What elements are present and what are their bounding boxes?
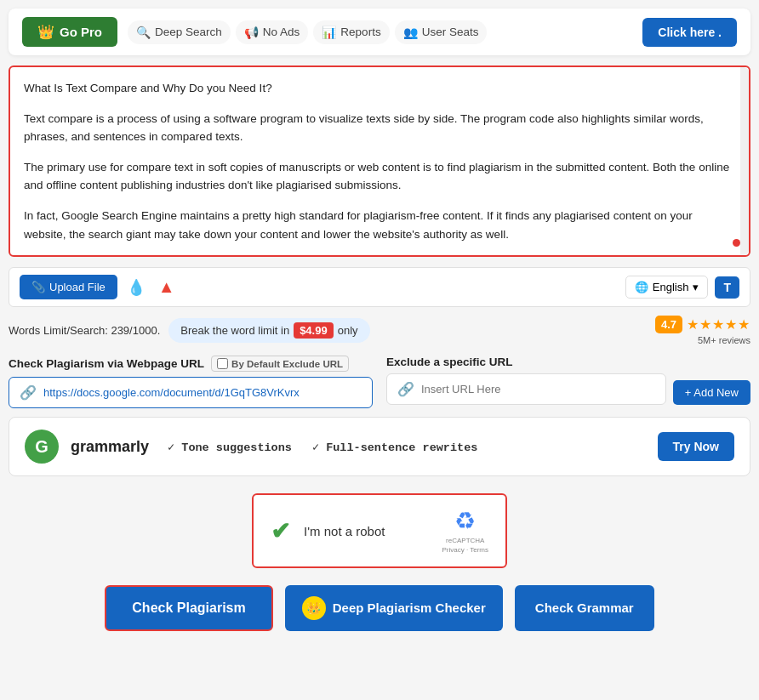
deep-crown-icon: 👑	[302, 596, 326, 620]
text-paragraph-2: The primary use for compare text in soft…	[24, 158, 735, 195]
crown-icon: 👑	[37, 24, 54, 40]
globe-icon: 🌐	[635, 281, 648, 293]
word-limit-badge: Break the word limit in $4.99 only	[168, 318, 369, 343]
url-section: Check Plagiarism via Webpage URL By Defa…	[9, 356, 373, 408]
captcha-area: ✔ I'm not a robot ♻ reCAPTCHAPrivacy · T…	[9, 493, 750, 568]
go-pro-label: Go Pro	[60, 25, 102, 39]
user-seats-label: User Seats	[422, 26, 479, 38]
paperclip-icon: 📎	[31, 281, 45, 293]
toolbar-right: 🌐 English ▾ T	[625, 276, 739, 299]
feature-reports: 📊 Reports	[313, 20, 389, 44]
deep-plagiarism-button[interactable]: 👑 Deep Plagiarism Checker	[285, 585, 503, 631]
reports-icon: 📊	[322, 26, 336, 39]
link-icon: 🔗	[20, 384, 37, 401]
text-format-button[interactable]: T	[715, 276, 739, 299]
exclude-url-checkbox-label[interactable]: By Default Exclude URL	[211, 356, 349, 372]
deep-plagiarism-label: Deep Plagiarism Checker	[333, 600, 486, 615]
check-grammar-button[interactable]: Check Grammar	[515, 585, 654, 631]
recaptcha-text: reCAPTCHAPrivacy · Terms	[442, 537, 488, 555]
go-pro-banner: 👑 Go Pro 🔍 Deep Search 📢 No Ads 📊 Report…	[9, 9, 750, 55]
feature-no-ads: 📢 No Ads	[236, 20, 309, 44]
upload-label: Upload File	[49, 281, 106, 293]
exclude-input-box: 🔗	[386, 373, 666, 405]
captcha-checkmark: ✔	[271, 517, 290, 545]
words-limit-text: Words Limit/Search: 239/1000.	[9, 324, 160, 337]
stars: ★★★★★	[687, 316, 750, 333]
click-here-button[interactable]: Click here .	[642, 18, 737, 47]
gdrive-icon[interactable]: ▲	[155, 276, 179, 299]
bottom-buttons: Check Plagiarism 👑 Deep Plagiarism Check…	[9, 585, 750, 631]
words-limit-row: Words Limit/Search: 239/1000. Break the …	[9, 316, 750, 345]
text-heading: What Is Text Compare and Why Do you Need…	[24, 79, 735, 98]
url-section-label: Check Plagiarism via Webpage URL	[9, 357, 204, 370]
banner-features: 🔍 Deep Search 📢 No Ads 📊 Reports 👥 User …	[128, 20, 632, 44]
language-label: English	[653, 281, 689, 293]
grammarly-brand: grammarly	[71, 438, 149, 456]
exclude-link-icon: 🔗	[397, 381, 414, 397]
price-tag: $4.99	[294, 322, 334, 339]
exclude-url-input[interactable]	[421, 383, 655, 396]
url-label: Check Plagiarism via Webpage URL By Defa…	[9, 356, 373, 372]
feature-deep-search: 🔍 Deep Search	[128, 20, 231, 44]
url-input[interactable]	[43, 386, 362, 399]
no-ads-label: No Ads	[263, 26, 300, 38]
check-plagiarism-button[interactable]: Check Plagiarism	[105, 585, 272, 631]
checkbox-label-text: By Default Exclude URL	[231, 359, 343, 369]
text-paragraph-3: In fact, Google Search Engine maintains …	[24, 207, 735, 243]
text-paragraph-1: Text compare is a process of using a sof…	[24, 110, 735, 146]
user-seats-icon: 👥	[403, 26, 418, 39]
toolbar-left: 📎 Upload File 💧 ▲	[20, 275, 179, 299]
grammarly-feature1: ✓ Tone suggestions	[168, 440, 292, 454]
rating-number: 4.7	[655, 316, 682, 333]
scrollbar[interactable]	[740, 67, 749, 255]
captcha-box: ✔ I'm not a robot ♻ reCAPTCHAPrivacy · T…	[252, 493, 507, 568]
exclude-label: Exclude a specific URL	[386, 356, 750, 368]
no-ads-icon: 📢	[244, 26, 259, 39]
toolbar: 📎 Upload File 💧 ▲ 🌐 English ▾ T	[9, 267, 750, 307]
badge-prefix: Break the word limit in	[180, 324, 289, 337]
reports-label: Reports	[340, 26, 380, 38]
upload-file-button[interactable]: 📎 Upload File	[20, 275, 117, 299]
text-area-container: What Is Text Compare and Why Do you Need…	[9, 65, 750, 257]
grammarly-feature2: ✓ Full-sentence rewrites	[312, 440, 477, 454]
text-area-content[interactable]: What Is Text Compare and Why Do you Need…	[10, 67, 749, 255]
chevron-down-icon: ▾	[693, 281, 699, 293]
exclude-section: Exclude a specific URL 🔗 + Add New	[386, 356, 750, 405]
recaptcha-branding: ♻ reCAPTCHAPrivacy · Terms	[442, 507, 488, 555]
try-now-button[interactable]: Try Now	[658, 432, 734, 461]
feature-user-seats: 👥 User Seats	[395, 20, 488, 44]
grammarly-banner: G grammarly ✓ Tone suggestions ✓ Full-se…	[9, 417, 750, 476]
dropbox-icon[interactable]: 💧	[124, 276, 148, 299]
rating-block: 4.7 ★★★★★ 5M+ reviews	[655, 316, 750, 345]
language-selector[interactable]: 🌐 English ▾	[625, 276, 709, 299]
url-input-box: 🔗	[9, 377, 373, 408]
grammarly-features: ✓ Tone suggestions ✓ Full-sentence rewri…	[168, 440, 645, 454]
deep-search-label: Deep Search	[155, 26, 222, 38]
badge-suffix: only	[338, 324, 358, 337]
exclude-url-checkbox[interactable]	[217, 358, 228, 369]
rating-row: 4.7 ★★★★★	[655, 316, 750, 333]
reviews-text: 5M+ reviews	[698, 335, 750, 345]
deep-search-icon: 🔍	[136, 26, 151, 39]
captcha-label: I'm not a robot	[304, 524, 428, 538]
recaptcha-logo: ♻	[454, 507, 476, 535]
add-new-button[interactable]: + Add New	[673, 380, 750, 405]
go-pro-button[interactable]: 👑 Go Pro	[22, 17, 117, 47]
grammarly-logo: G	[25, 430, 59, 464]
url-row: Check Plagiarism via Webpage URL By Defa…	[9, 356, 750, 408]
